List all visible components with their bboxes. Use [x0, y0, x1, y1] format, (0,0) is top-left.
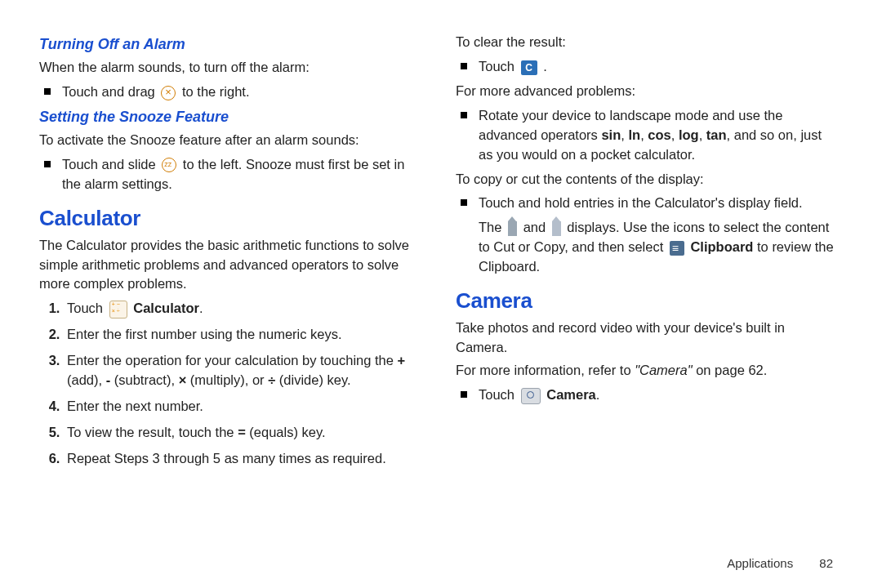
heading-camera: Camera [456, 288, 840, 314]
text: Touch and drag [62, 84, 155, 99]
snooze-zz-icon [162, 158, 176, 172]
text: Touch [479, 387, 514, 402]
li-alarm-off: Touch and drag to the right. [62, 82, 423, 102]
p-calculator: The Calculator provides the basic arithm… [39, 236, 423, 295]
p-clear: To clear the result: [456, 33, 840, 52]
camera-app-icon [521, 388, 541, 404]
clipboard-icon [670, 241, 684, 256]
calculator-app-icon [109, 301, 127, 318]
heading-snooze: Setting the Snooze Feature [39, 109, 423, 126]
ref-italic: "Camera" [635, 363, 692, 377]
text-bold: Calculator [133, 301, 199, 315]
text: to the right. [182, 84, 250, 99]
left-column: Turning Off an Alarm When the alarm soun… [39, 29, 423, 475]
p-copy: To copy or cut the contents of the displ… [456, 170, 840, 189]
p-camera-ref: For more information, refer to "Camera" … [456, 361, 840, 381]
text: (divide) key. [275, 372, 350, 387]
op-times: × [179, 372, 187, 387]
op-plus: + [398, 353, 406, 368]
p-alarm-off: When the alarm sounds, to turn off the a… [39, 58, 423, 78]
p-advanced: For more advanced problems: [456, 82, 840, 101]
clipboard-label: Clipboard [690, 239, 753, 254]
text: (subtract), [110, 372, 178, 387]
li-snooze: Touch and slide to the left. Snooze must… [62, 155, 423, 194]
step-5: To view the result, touch the = (equals)… [64, 423, 423, 443]
heading-turning-off-alarm: Turning Off an Alarm [39, 36, 423, 53]
text: (multiply), or [186, 372, 268, 387]
heading-calculator: Calculator [39, 206, 423, 231]
select-handle-right-icon [552, 221, 561, 236]
li-touch-c: Touch C . [479, 57, 840, 77]
p-snooze: To activate the Snooze feature after an … [39, 131, 423, 150]
step-6: Repeat Steps 3 through 5 as many times a… [64, 449, 423, 469]
li-copy-1: Touch and hold entries in the Calculator… [479, 194, 840, 213]
page-footer: Applications 82 [727, 556, 833, 570]
alarm-x-icon [161, 86, 176, 100]
select-handle-left-icon [508, 221, 517, 236]
text: on page 62. [693, 363, 768, 377]
text: Touch [479, 59, 514, 74]
text: (equals) key. [246, 425, 326, 439]
footer-page-number: 82 [819, 556, 833, 570]
right-column: To clear the result: Touch C . For more … [456, 29, 840, 475]
p-camera: Take photos and record video with your d… [456, 318, 840, 358]
text: Touch and slide [62, 157, 156, 172]
op-cos: cos [648, 127, 670, 142]
step-2: Enter the first number using the numeric… [64, 325, 423, 345]
text: To view the result, touch the [67, 425, 238, 439]
op-sin: sin [601, 127, 621, 142]
li-camera-touch: Touch Camera. [479, 385, 840, 405]
step-3: Enter the operation for your calculation… [64, 351, 423, 390]
li-advanced: Rotate your device to landscape mode and… [479, 106, 840, 165]
text: (add), [67, 372, 106, 387]
op-ln: ln [628, 127, 640, 142]
step-1: Touch Calculator. [64, 299, 423, 318]
op-tan: tan [706, 127, 727, 142]
text: The [479, 220, 501, 234]
op-equals: = [238, 425, 246, 439]
calculator-steps: Touch Calculator. Enter the first number… [39, 299, 423, 468]
text-bold: Camera [546, 387, 596, 402]
text: For more information, refer to [456, 363, 635, 377]
text: and [523, 220, 546, 234]
text: Touch [67, 301, 103, 315]
op-log: log [679, 127, 699, 142]
li-copy-2: The and displays. Use the icons to selec… [456, 218, 840, 277]
footer-section: Applications [727, 556, 793, 570]
op-div: ÷ [268, 372, 275, 387]
text: Enter the operation for your calculation… [67, 353, 398, 368]
step-4: Enter the next number. [64, 397, 423, 416]
clear-c-icon: C [521, 60, 537, 75]
